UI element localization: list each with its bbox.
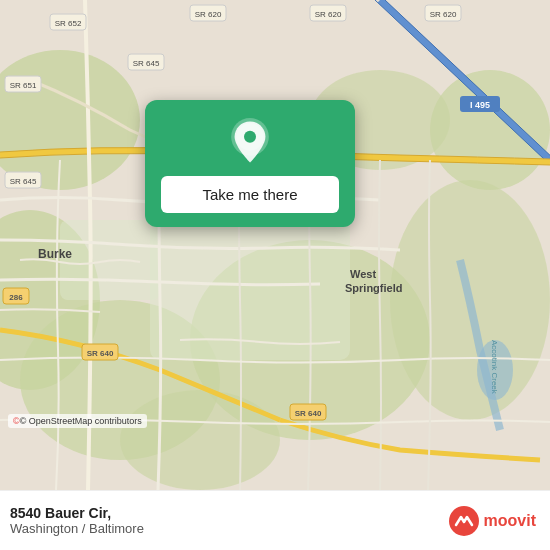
svg-text:SR 620: SR 620 — [315, 10, 342, 19]
address-line: 8540 Bauer Cir, — [10, 505, 144, 521]
svg-text:SR 620: SR 620 — [430, 10, 457, 19]
svg-text:Accotink Creek: Accotink Creek — [490, 340, 499, 395]
bottom-bar: 8540 Bauer Cir, Washington / Baltimore m… — [0, 490, 550, 550]
svg-point-7 — [120, 390, 280, 490]
location-pin-icon — [226, 118, 274, 166]
address-section: 8540 Bauer Cir, Washington / Baltimore — [10, 505, 144, 536]
take-me-there-button[interactable]: Take me there — [161, 176, 339, 213]
svg-text:Burke: Burke — [38, 247, 72, 261]
svg-text:I 495: I 495 — [470, 100, 490, 110]
svg-text:SR 645: SR 645 — [133, 59, 160, 68]
svg-point-40 — [244, 131, 256, 143]
svg-text:286: 286 — [9, 293, 23, 302]
svg-text:SR 645: SR 645 — [10, 177, 37, 186]
city-line: Washington / Baltimore — [10, 521, 144, 536]
svg-text:West: West — [350, 268, 376, 280]
moovit-icon — [448, 505, 480, 537]
copyright-notice: ©© OpenStreetMap contributors — [8, 414, 147, 428]
svg-text:SR 640: SR 640 — [87, 349, 114, 358]
svg-text:SR 651: SR 651 — [10, 81, 37, 90]
map-container: I 495 SR 652 SR 620 SR 620 SR 620 SR 651… — [0, 0, 550, 490]
svg-text:SR 652: SR 652 — [55, 19, 82, 28]
svg-text:SR 620: SR 620 — [195, 10, 222, 19]
svg-text:Springfield: Springfield — [345, 282, 402, 294]
moovit-label: moovit — [484, 512, 536, 530]
svg-text:SR 640: SR 640 — [295, 409, 322, 418]
popup-card: Take me there — [145, 100, 355, 227]
moovit-logo: moovit — [448, 505, 536, 537]
